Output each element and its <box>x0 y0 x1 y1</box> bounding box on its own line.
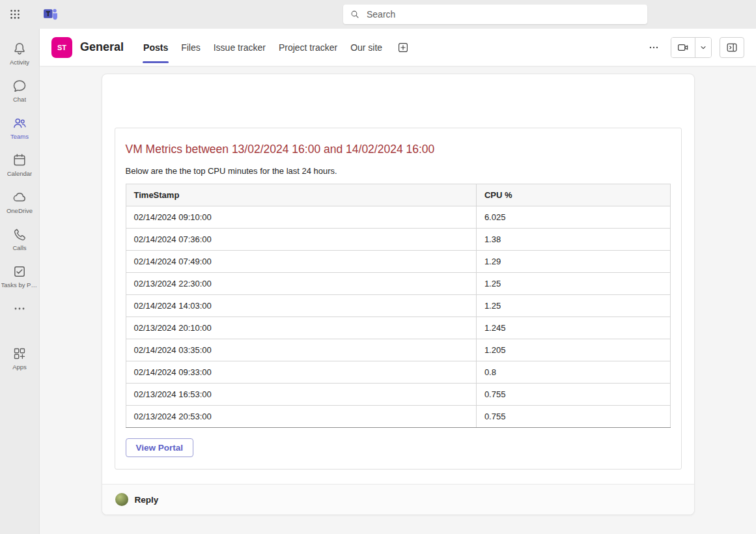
sidebar-item-teams[interactable]: Teams <box>0 109 39 147</box>
sidebar-item-calendar[interactable]: Calendar <box>0 147 39 184</box>
table-cell: 02/14/2024 03:35:00 <box>126 339 476 361</box>
table-cell: 02/13/2024 16:53:00 <box>126 384 476 406</box>
search-input[interactable] <box>365 8 641 20</box>
table-cell: 02/14/2024 09:33:00 <box>126 361 476 384</box>
add-tab-button[interactable] <box>394 38 412 57</box>
tab-posts[interactable]: Posts <box>137 29 175 66</box>
table-cell: 1.38 <box>476 229 670 251</box>
topbar <box>0 0 756 29</box>
tasks-icon <box>12 264 27 279</box>
team-avatar[interactable]: ST <box>51 37 72 58</box>
open-pane-button[interactable] <box>720 37 744 58</box>
phone-icon <box>12 227 27 242</box>
sidebar-item-label: Teams <box>10 133 29 140</box>
table-row: 02/14/2024 09:10:006.025 <box>126 206 670 229</box>
sidebar-item-label: Calendar <box>7 170 33 177</box>
sidebar-item-onedrive[interactable]: OneDrive <box>0 184 39 221</box>
table-cell: 02/14/2024 14:03:00 <box>126 295 476 317</box>
table-cell: 02/13/2024 22:30:00 <box>126 273 476 295</box>
table-row: 02/13/2024 20:53:000.755 <box>126 406 670 428</box>
table-cell: 1.25 <box>476 273 670 295</box>
people-icon <box>12 115 27 131</box>
more-options-button[interactable] <box>645 38 663 57</box>
metrics-table-body: 02/14/2024 09:10:006.02502/14/2024 07:36… <box>126 206 670 428</box>
apps-icon <box>12 346 27 361</box>
view-portal-button[interactable]: View Portal <box>126 438 194 457</box>
sidebar-item-label: Chat <box>13 96 26 103</box>
sidebar-item-label: Tasks by Pla... <box>1 281 38 288</box>
sidebar-item-more[interactable] <box>0 295 39 323</box>
table-cell: 1.29 <box>476 251 670 273</box>
sidebar-item-chat[interactable]: Chat <box>0 72 39 109</box>
reply-avatar <box>115 493 128 506</box>
tab-issue-tracker[interactable]: Issue tracker <box>207 29 272 66</box>
sidebar-item-activity[interactable]: Activity <box>0 35 39 72</box>
sidebar-item-label: OneDrive <box>7 207 33 214</box>
header-actions <box>645 37 744 58</box>
table-cell: 02/14/2024 07:49:00 <box>126 251 476 273</box>
message-card: VM Metrics between 13/02/2024 16:00 and … <box>102 74 695 515</box>
channel-title: General <box>80 40 124 54</box>
meet-dropdown-button[interactable] <box>695 38 711 57</box>
cloud-icon <box>12 190 27 205</box>
table-cell: 1.25 <box>476 295 670 317</box>
table-cell: 02/14/2024 07:36:00 <box>126 229 476 251</box>
meet-camera-button[interactable] <box>671 38 695 57</box>
table-cell: 02/13/2024 20:10:00 <box>126 317 476 339</box>
sidebar-item-label: Activity <box>10 59 29 66</box>
table-header-cell: TimeStamp <box>126 184 476 206</box>
metrics-table: TimeStampCPU % 02/14/2024 09:10:006.0250… <box>126 184 671 428</box>
table-row: 02/14/2024 14:03:001.25 <box>126 295 670 317</box>
sidebar-item-apps[interactable]: Apps <box>0 340 39 377</box>
calendar-icon <box>12 152 27 168</box>
table-header-cell: CPU % <box>476 184 670 206</box>
table-cell: 02/13/2024 20:53:00 <box>126 406 476 428</box>
chat-icon <box>12 78 27 94</box>
adaptive-card: VM Metrics between 13/02/2024 16:00 and … <box>115 128 682 470</box>
table-cell: 0.755 <box>476 406 670 428</box>
channel-header: ST General PostsFilesIssue trackerProjec… <box>40 29 756 66</box>
sidebar-item-calls[interactable]: Calls <box>0 221 39 258</box>
sidebar: ActivityChatTeamsCalendarOneDriveCallsTa… <box>0 29 40 534</box>
sidebar-item-tasks-by-planner[interactable]: Tasks by Pla... <box>0 258 39 295</box>
table-row: 02/13/2024 20:10:001.245 <box>126 317 670 339</box>
table-cell: 02/14/2024 09:10:00 <box>126 206 476 229</box>
search-bar[interactable] <box>343 5 647 24</box>
table-row: 02/14/2024 07:49:001.29 <box>126 251 670 273</box>
tab-bar: PostsFilesIssue trackerProject trackerOu… <box>137 29 389 66</box>
table-header-row: TimeStampCPU % <box>126 184 670 206</box>
sidebar-item-label: Calls <box>12 244 26 251</box>
channel-content: VM Metrics between 13/02/2024 16:00 and … <box>40 66 756 534</box>
ellipsis-icon <box>12 301 27 316</box>
tab-project-tracker[interactable]: Project tracker <box>272 29 344 66</box>
tab-files[interactable]: Files <box>175 29 207 66</box>
table-row: 02/14/2024 07:36:001.38 <box>126 229 670 251</box>
table-cell: 1.245 <box>476 317 670 339</box>
app-launcher-icon[interactable] <box>0 0 30 29</box>
table-row: 02/13/2024 16:53:000.755 <box>126 384 670 406</box>
card-subtitle: Below are the the top CPU minutes for th… <box>126 166 671 176</box>
tab-our-site[interactable]: Our site <box>344 29 389 66</box>
card-title: VM Metrics between 13/02/2024 16:00 and … <box>126 143 671 156</box>
metrics-table-head: TimeStampCPU % <box>126 184 670 206</box>
teams-logo-icon <box>42 5 60 23</box>
bell-icon <box>12 41 27 57</box>
table-cell: 1.205 <box>476 339 670 361</box>
reply-bar[interactable]: Reply <box>102 484 694 514</box>
meet-split-button <box>671 37 712 58</box>
table-row: 02/14/2024 09:33:000.8 <box>126 361 670 384</box>
table-cell: 0.755 <box>476 384 670 406</box>
search-icon <box>350 9 360 20</box>
table-cell: 6.025 <box>476 206 670 229</box>
table-cell: 0.8 <box>476 361 670 384</box>
table-row: 02/14/2024 03:35:001.205 <box>126 339 670 361</box>
reply-label: Reply <box>135 495 159 505</box>
sidebar-item-label: Apps <box>12 363 27 371</box>
table-row: 02/13/2024 22:30:001.25 <box>126 273 670 295</box>
main-area: ST General PostsFilesIssue trackerProjec… <box>40 29 756 534</box>
